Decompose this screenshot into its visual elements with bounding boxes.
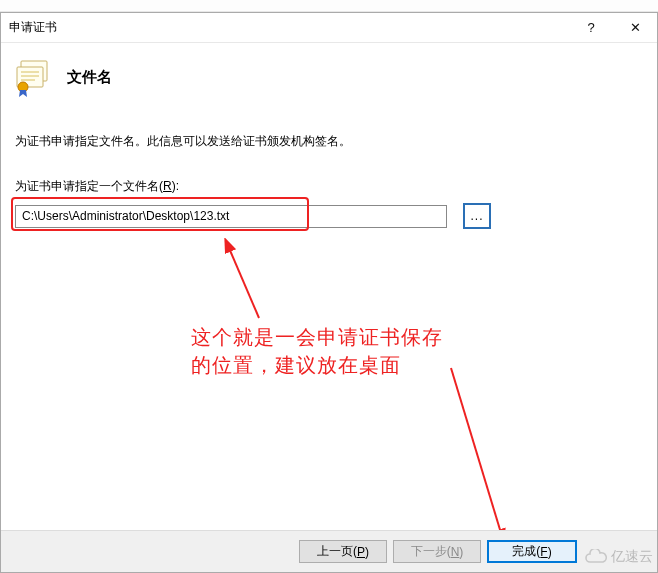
close-icon: ✕ — [630, 20, 641, 35]
svg-line-7 — [451, 368, 501, 533]
next-hotkey: N — [451, 545, 460, 559]
help-glyph: ? — [587, 20, 594, 35]
annotation-arrow-up — [211, 238, 271, 328]
prev-hotkey: P — [357, 545, 365, 559]
previous-button[interactable]: 上一页(P) — [299, 540, 387, 563]
step-description: 为证书申请指定文件名。此信息可以发送给证书颁发机构签名。 — [15, 133, 639, 150]
watermark-text: 亿速云 — [611, 548, 653, 566]
path-field-label: 为证书申请指定一个文件名(R): — [15, 178, 639, 195]
close-button[interactable]: ✕ — [613, 13, 657, 43]
path-field-row: ... — [15, 203, 639, 229]
wizard-header: 文件名 — [1, 43, 657, 105]
next-label-suffix: ) — [459, 545, 463, 559]
finish-label-prefix: 完成( — [512, 543, 540, 560]
next-label-prefix: 下一步( — [411, 543, 451, 560]
cloud-icon — [583, 549, 609, 565]
wizard-body: 为证书申请指定文件名。此信息可以发送给证书颁发机构签名。 为证书申请指定一个文件… — [1, 105, 657, 239]
path-label-hotkey: R — [163, 179, 172, 193]
wizard-step-heading: 文件名 — [67, 68, 112, 87]
next-button: 下一步(N) — [393, 540, 481, 563]
path-label-suffix: ): — [172, 179, 179, 193]
wizard-dialog: 申请证书 ? ✕ 文件名 为证书申请指定文件名。此信息可以发送给证书颁发机构签名… — [0, 12, 658, 573]
prev-label-suffix: ) — [365, 545, 369, 559]
path-label-prefix: 为证书申请指定一个文件名( — [15, 179, 163, 193]
certificate-path-input[interactable] — [15, 205, 447, 228]
dialog-title: 申请证书 — [9, 19, 569, 36]
annotation-line-2: 的位置，建议放在桌面 — [191, 351, 491, 379]
browse-button-label: ... — [470, 209, 483, 223]
watermark: 亿速云 — [583, 548, 653, 566]
annotation-line-1: 这个就是一会申请证书保存 — [191, 323, 491, 351]
browse-button[interactable]: ... — [463, 203, 491, 229]
prev-label-prefix: 上一页( — [317, 543, 357, 560]
wizard-footer: 上一页(P) 下一步(N) 完成(F) — [1, 530, 657, 572]
finish-hotkey: F — [540, 545, 547, 559]
help-button[interactable]: ? — [569, 13, 613, 43]
annotation-arrow-down — [441, 363, 561, 543]
finish-button[interactable]: 完成(F) — [487, 540, 577, 563]
certificate-icon — [13, 57, 53, 97]
titlebar: 申请证书 ? ✕ — [1, 13, 657, 43]
parent-window-chrome — [0, 0, 658, 12]
finish-label-suffix: ) — [548, 545, 552, 559]
annotation-text: 这个就是一会申请证书保存 的位置，建议放在桌面 — [191, 323, 491, 379]
svg-line-6 — [229, 248, 259, 318]
